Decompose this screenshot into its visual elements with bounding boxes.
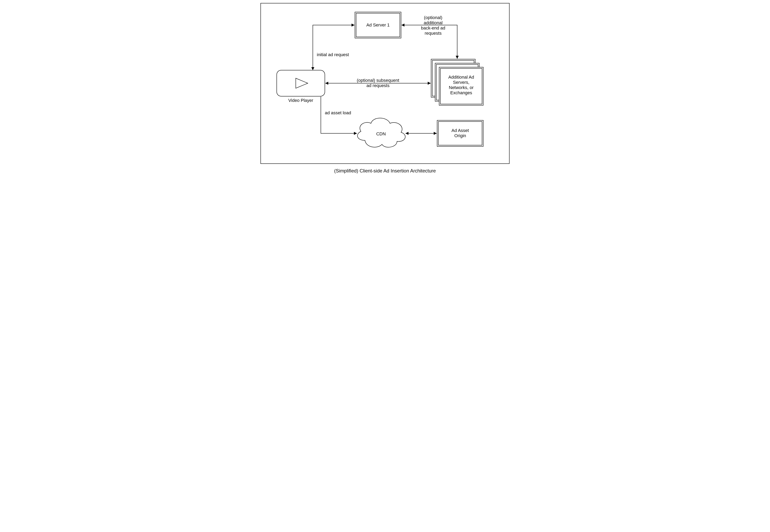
edge-initial-ad-request (313, 25, 355, 70)
additional-servers-label-3: Networks, or (449, 85, 473, 90)
svg-rect-0 (277, 70, 325, 96)
cdn-node: CDN (358, 118, 405, 147)
video-player-label: Video Player (288, 98, 313, 103)
diagram-caption: (Simplified) Client-side Ad Insertion Ar… (334, 168, 436, 173)
edge-optional-backend-label-3: back-end ad (421, 25, 445, 30)
video-player-node: Video Player (277, 70, 325, 103)
ad-asset-origin-node: Ad Asset Origin (437, 120, 483, 146)
edge-optional-backend-label-4: requests (425, 31, 442, 36)
additional-servers-label-1: Additional Ad (448, 75, 474, 80)
edge-optional-backend-label-2: additional (424, 20, 443, 25)
ad-server-1-node: Ad Server 1 (355, 12, 401, 38)
additional-servers-label-4: Exchanges (450, 90, 472, 95)
edge-initial-ad-request-label: initial ad request (317, 52, 349, 57)
edge-optional-subsequent-label-2: ad requests (367, 83, 390, 88)
ad-asset-origin-label-2: Origin (454, 133, 466, 138)
ad-asset-origin-label-1: Ad Asset (452, 128, 469, 133)
architecture-diagram: Video Player Ad Server 1 Additional Ad S… (257, 0, 513, 177)
ad-server-1-label: Ad Server 1 (366, 22, 390, 27)
cdn-label: CDN (376, 131, 386, 136)
edge-optional-subsequent-label-1: (optional) subsequent (357, 78, 399, 83)
edge-optional-backend-label-1: (optional) (424, 15, 442, 20)
edge-ad-asset-load-label: ad asset load (325, 110, 351, 115)
play-icon (296, 78, 308, 88)
additional-servers-label-2: Servers, (453, 80, 469, 85)
additional-servers-node: Additional Ad Servers, Networks, or Exch… (431, 59, 483, 105)
